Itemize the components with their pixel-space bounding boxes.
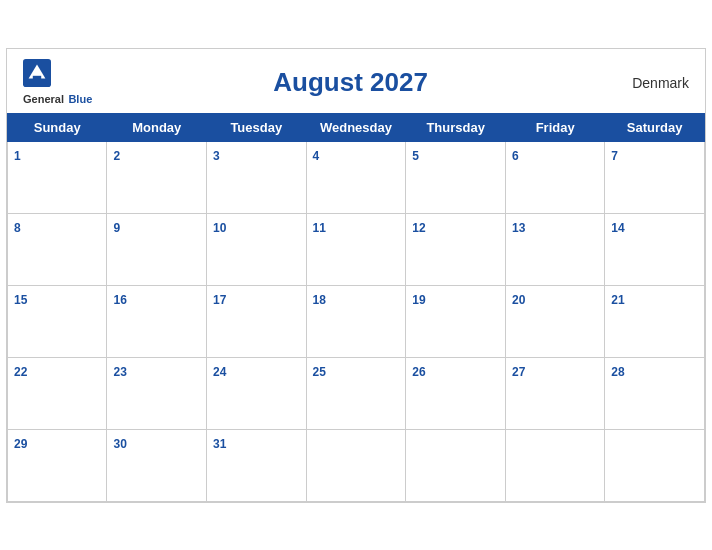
calendar-day-cell	[406, 429, 506, 501]
day-number: 14	[611, 221, 624, 235]
weekday-header: Friday	[505, 113, 604, 141]
calendar-day-cell: 24	[207, 357, 307, 429]
calendar-title: August 2027	[92, 67, 609, 98]
weekday-header-row: SundayMondayTuesdayWednesdayThursdayFrid…	[8, 113, 705, 141]
calendar-day-cell	[605, 429, 705, 501]
country-label: Denmark	[609, 75, 689, 91]
day-number: 18	[313, 293, 326, 307]
calendar-day-cell: 1	[8, 141, 107, 213]
day-number: 6	[512, 149, 519, 163]
day-number: 17	[213, 293, 226, 307]
weekday-header: Thursday	[406, 113, 506, 141]
calendar-day-cell: 30	[107, 429, 207, 501]
calendar-day-cell: 3	[207, 141, 307, 213]
calendar-day-cell: 8	[8, 213, 107, 285]
brand-icon	[23, 59, 51, 87]
calendar-day-cell: 17	[207, 285, 307, 357]
weekday-header: Monday	[107, 113, 207, 141]
day-number: 5	[412, 149, 419, 163]
calendar-header: General Blue August 2027 Denmark	[7, 49, 705, 113]
day-number: 27	[512, 365, 525, 379]
weekday-header: Wednesday	[306, 113, 406, 141]
day-number: 25	[313, 365, 326, 379]
calendar-day-cell: 6	[505, 141, 604, 213]
calendar-container: General Blue August 2027 Denmark SundayM…	[6, 48, 706, 503]
calendar-day-cell: 15	[8, 285, 107, 357]
calendar-day-cell: 26	[406, 357, 506, 429]
calendar-day-cell	[306, 429, 406, 501]
calendar-day-cell: 5	[406, 141, 506, 213]
calendar-grid: SundayMondayTuesdayWednesdayThursdayFrid…	[7, 113, 705, 502]
day-number: 1	[14, 149, 21, 163]
calendar-day-cell: 22	[8, 357, 107, 429]
calendar-day-cell: 28	[605, 357, 705, 429]
day-number: 16	[113, 293, 126, 307]
weekday-header: Tuesday	[207, 113, 307, 141]
calendar-day-cell: 19	[406, 285, 506, 357]
brand-general-text: General	[23, 93, 64, 105]
calendar-day-cell: 12	[406, 213, 506, 285]
brand-blue-text: Blue	[68, 93, 92, 105]
day-number: 7	[611, 149, 618, 163]
calendar-day-cell: 29	[8, 429, 107, 501]
calendar-day-cell: 25	[306, 357, 406, 429]
day-number: 26	[412, 365, 425, 379]
day-number: 31	[213, 437, 226, 451]
calendar-week-row: 22232425262728	[8, 357, 705, 429]
calendar-day-cell: 2	[107, 141, 207, 213]
weekday-header: Sunday	[8, 113, 107, 141]
calendar-day-cell: 20	[505, 285, 604, 357]
calendar-week-row: 293031	[8, 429, 705, 501]
calendar-day-cell	[505, 429, 604, 501]
calendar-week-row: 891011121314	[8, 213, 705, 285]
calendar-day-cell: 21	[605, 285, 705, 357]
day-number: 15	[14, 293, 27, 307]
calendar-week-row: 1234567	[8, 141, 705, 213]
day-number: 22	[14, 365, 27, 379]
day-number: 12	[412, 221, 425, 235]
day-number: 9	[113, 221, 120, 235]
calendar-day-cell: 11	[306, 213, 406, 285]
day-number: 10	[213, 221, 226, 235]
calendar-day-cell: 23	[107, 357, 207, 429]
calendar-day-cell: 14	[605, 213, 705, 285]
calendar-day-cell: 16	[107, 285, 207, 357]
calendar-week-row: 15161718192021	[8, 285, 705, 357]
day-number: 24	[213, 365, 226, 379]
calendar-day-cell: 13	[505, 213, 604, 285]
day-number: 11	[313, 221, 326, 235]
day-number: 4	[313, 149, 320, 163]
weekday-header: Saturday	[605, 113, 705, 141]
day-number: 30	[113, 437, 126, 451]
day-number: 21	[611, 293, 624, 307]
svg-rect-2	[33, 75, 41, 79]
day-number: 19	[412, 293, 425, 307]
day-number: 3	[213, 149, 220, 163]
calendar-day-cell: 31	[207, 429, 307, 501]
brand-logo: General Blue	[23, 59, 92, 107]
calendar-day-cell: 27	[505, 357, 604, 429]
day-number: 28	[611, 365, 624, 379]
day-number: 13	[512, 221, 525, 235]
day-number: 20	[512, 293, 525, 307]
day-number: 23	[113, 365, 126, 379]
calendar-day-cell: 10	[207, 213, 307, 285]
day-number: 29	[14, 437, 27, 451]
calendar-day-cell: 9	[107, 213, 207, 285]
day-number: 2	[113, 149, 120, 163]
calendar-day-cell: 4	[306, 141, 406, 213]
calendar-day-cell: 7	[605, 141, 705, 213]
day-number: 8	[14, 221, 21, 235]
calendar-day-cell: 18	[306, 285, 406, 357]
